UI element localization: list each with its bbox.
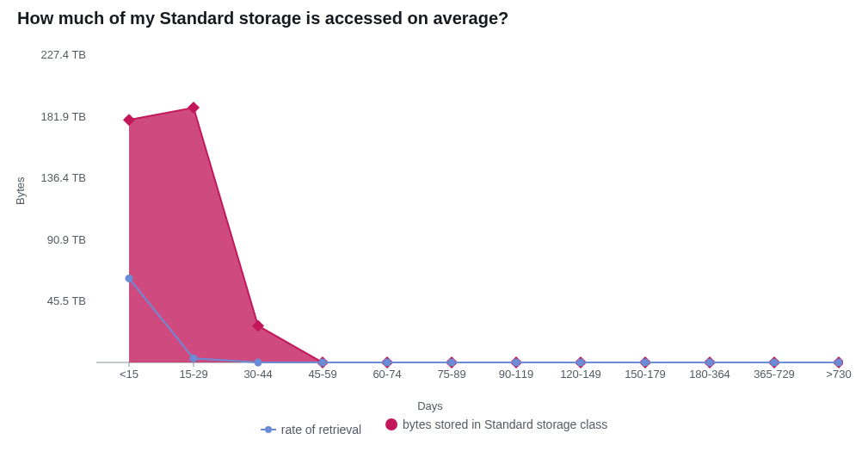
svg-point-29	[384, 359, 391, 367]
svg-point-32	[577, 359, 585, 367]
legend-label: bytes stored in Standard storage class	[403, 418, 607, 431]
legend: rate of retrieval bytes stored in Standa…	[17, 418, 851, 436]
chart-title: How much of my Standard storage is acces…	[17, 9, 851, 28]
x-axis-label: Days	[417, 399, 443, 412]
svg-point-27	[255, 359, 262, 367]
svg-point-35	[771, 359, 779, 367]
plot-svg	[17, 37, 843, 407]
line-marker-icon	[261, 429, 276, 430]
svg-point-33	[642, 359, 649, 367]
svg-point-34	[706, 359, 714, 367]
legend-item-bytes: bytes stored in Standard storage class	[385, 418, 607, 431]
svg-point-30	[448, 359, 456, 367]
svg-point-25	[126, 275, 133, 282]
legend-item-retrieval: rate of retrieval	[261, 423, 361, 436]
chart-plot: Bytes 227.4 TB 181.9 TB 136.4 TB 90.9 TB…	[17, 37, 843, 416]
svg-point-31	[513, 359, 520, 367]
legend-label: rate of retrieval	[281, 423, 361, 436]
dot-marker-icon	[385, 418, 397, 430]
svg-point-36	[835, 359, 843, 367]
svg-point-26	[190, 355, 198, 362]
svg-point-28	[319, 359, 327, 367]
